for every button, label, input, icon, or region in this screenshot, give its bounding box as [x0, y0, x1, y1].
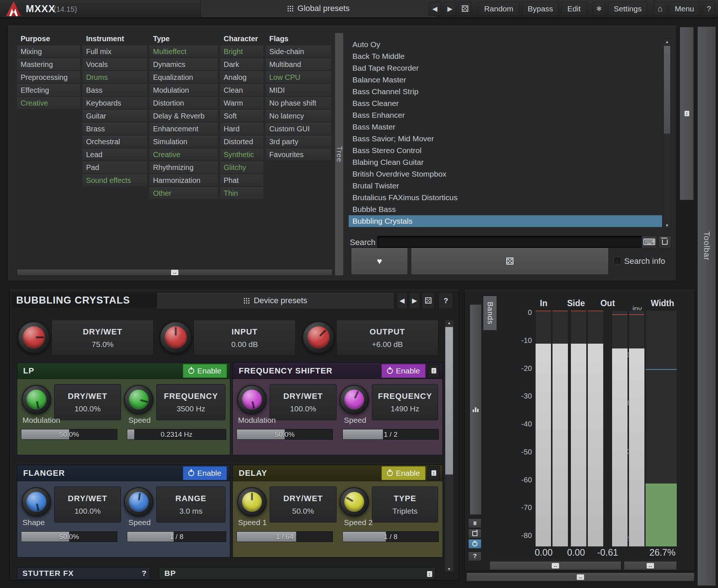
enable-button[interactable]: Enable: [381, 466, 426, 480]
master-knob[interactable]: [302, 321, 335, 354]
next-preset-button[interactable]: ▶: [444, 2, 456, 16]
knob-value-box[interactable]: RANGE3.0 ms: [156, 486, 225, 523]
filter-item[interactable]: Guitar: [82, 110, 147, 122]
device-scrollbar[interactable]: ▲ ▼: [444, 320, 454, 572]
knob-value-box[interactable]: DRY/WET100.0%: [270, 384, 337, 420]
tree-collapsed-panel[interactable]: Tree: [335, 33, 344, 276]
master-value-box[interactable]: OUTPUT+6.00 dB: [336, 320, 438, 356]
preset-item[interactable]: Bass Savior; Mid Mover: [349, 133, 662, 145]
scroll-down-icon[interactable]: ▼: [663, 223, 671, 228]
filter-item[interactable]: Hard: [220, 123, 263, 135]
home-button[interactable]: ⌂: [654, 2, 666, 16]
meter-pause-button[interactable]: Ⅱ: [468, 518, 481, 528]
knob-value-box[interactable]: TYPETriplets: [372, 486, 438, 523]
favourite-button[interactable]: ♥: [351, 248, 408, 275]
filter-item[interactable]: Pad: [82, 162, 147, 174]
filter-item[interactable]: Delay & Reverb: [149, 110, 218, 122]
bands-collapsed-panel[interactable]: Bands: [483, 296, 497, 330]
filter-item[interactable]: Effecting: [17, 84, 80, 96]
random-preset-button[interactable]: ⚄: [411, 248, 609, 275]
filter-item[interactable]: Modulation: [149, 84, 218, 96]
knob-value-box[interactable]: DRY/WET50.0%: [270, 486, 337, 523]
preset-item[interactable]: Bass Cleaner: [349, 98, 662, 109]
filter-item[interactable]: Enhancement: [149, 123, 218, 135]
enable-button[interactable]: Enable: [381, 364, 426, 378]
filter-item[interactable]: Glitchy: [220, 162, 263, 174]
randomize-icon-button[interactable]: ⚄: [459, 2, 471, 16]
knob-value-box[interactable]: FREQUENCY1490 Hz: [372, 384, 438, 420]
scrollbar-thumb[interactable]: [445, 327, 453, 475]
slider[interactable]: 50.0%: [21, 531, 117, 542]
filter-item[interactable]: Side-chain: [266, 46, 331, 58]
filter-item[interactable]: Vocals: [82, 59, 147, 71]
preset-item[interactable]: Blabing Clean Guitar: [349, 156, 662, 168]
filter-item[interactable]: 3rd party: [266, 136, 331, 148]
meter-power-button[interactable]: [468, 539, 481, 549]
prev-preset-button[interactable]: ◀: [429, 2, 441, 16]
master-value-box[interactable]: INPUT0.00 dB: [193, 320, 296, 356]
edit-button[interactable]: Edit: [561, 2, 586, 16]
slider[interactable]: 1 / 2: [342, 429, 439, 440]
filter-item[interactable]: No phase shift: [266, 97, 331, 109]
device-random-button[interactable]: ⚄: [422, 292, 435, 309]
maximize-button[interactable]: ↕: [428, 466, 440, 480]
master-knob[interactable]: [160, 321, 192, 354]
meter-splitter[interactable]: ↔: [490, 561, 621, 570]
module-knob[interactable]: [340, 487, 369, 517]
preset-item[interactable]: Brutal Twister: [349, 180, 662, 192]
filter-item[interactable]: Favourites: [266, 149, 331, 161]
right-vertical-splitter[interactable]: ↕: [680, 27, 694, 200]
module-knob[interactable]: [124, 487, 153, 517]
settings-button[interactable]: Settings: [608, 2, 648, 16]
enable-button[interactable]: Enable: [183, 364, 227, 378]
filter-item[interactable]: No latency: [266, 110, 331, 122]
preset-item[interactable]: Bass Enhancer: [349, 109, 662, 121]
filter-item[interactable]: Multieffect: [149, 46, 218, 58]
filter-item[interactable]: Analog: [220, 71, 263, 84]
scroll-up-icon[interactable]: ▲: [663, 39, 671, 45]
filter-item[interactable]: Lead: [82, 149, 147, 161]
filter-item[interactable]: Mixing: [17, 46, 80, 58]
filter-item[interactable]: Brass: [82, 123, 147, 135]
toolbar-collapsed-panel[interactable]: Toolbar: [697, 26, 716, 586]
knob-value-box[interactable]: DRY/WET100.0%: [54, 486, 121, 523]
browser-horizontal-splitter[interactable]: ↔: [17, 269, 333, 276]
filter-item[interactable]: Creative: [149, 149, 218, 161]
filter-item[interactable]: Creative: [17, 97, 80, 109]
module-knob[interactable]: [237, 487, 267, 517]
filter-item[interactable]: Custom GUI: [266, 123, 331, 135]
bypass-button[interactable]: Bypass: [522, 2, 559, 16]
module-knob[interactable]: [124, 385, 153, 414]
preset-item[interactable]: Bubble Bass: [349, 203, 662, 215]
master-value-box[interactable]: DRY/WET75.0%: [51, 320, 154, 356]
preset-item[interactable]: Brutalicus FAXimus Distorticus: [349, 192, 662, 203]
module-knob[interactable]: [237, 385, 267, 414]
filter-item[interactable]: Synthetic: [220, 149, 263, 161]
preset-item[interactable]: Bass Stereo Control: [349, 145, 662, 156]
filter-item[interactable]: Other: [149, 187, 218, 199]
filter-item[interactable]: Dark: [220, 59, 263, 71]
module-knob[interactable]: [22, 385, 51, 414]
preset-item[interactable]: Back To Middle: [349, 50, 662, 62]
filter-item[interactable]: Phat: [220, 174, 263, 187]
device-prev-button[interactable]: ◀: [397, 292, 408, 309]
preset-item[interactable]: Bass Channel Strip: [349, 86, 662, 98]
meter-popup-button[interactable]: [468, 529, 481, 538]
clear-search-button[interactable]: [658, 236, 671, 248]
preset-item[interactable]: British Overdrive Stompbox: [349, 168, 662, 180]
filter-item[interactable]: Orchestral: [82, 136, 147, 148]
scroll-down-icon[interactable]: ▼: [445, 566, 454, 572]
master-knob[interactable]: [18, 321, 50, 354]
slider[interactable]: 0.2314 Hz: [127, 429, 226, 440]
preset-item[interactable]: Balance Master: [349, 74, 662, 86]
filter-item[interactable]: Bass: [82, 84, 147, 96]
maximize-button[interactable]: ↕: [428, 364, 440, 378]
filter-item[interactable]: Clean: [220, 84, 263, 96]
multiparameters-button[interactable]: ❄: [593, 2, 605, 16]
filter-item[interactable]: Harmonization: [149, 174, 218, 187]
preset-item[interactable]: Bad Tape Recorder: [349, 62, 662, 74]
filter-item[interactable]: Drums: [82, 71, 147, 84]
module-knob[interactable]: [22, 487, 51, 517]
preset-item[interactable]: Bass Master: [349, 121, 662, 133]
meter-help-button[interactable]: ?: [468, 552, 481, 561]
